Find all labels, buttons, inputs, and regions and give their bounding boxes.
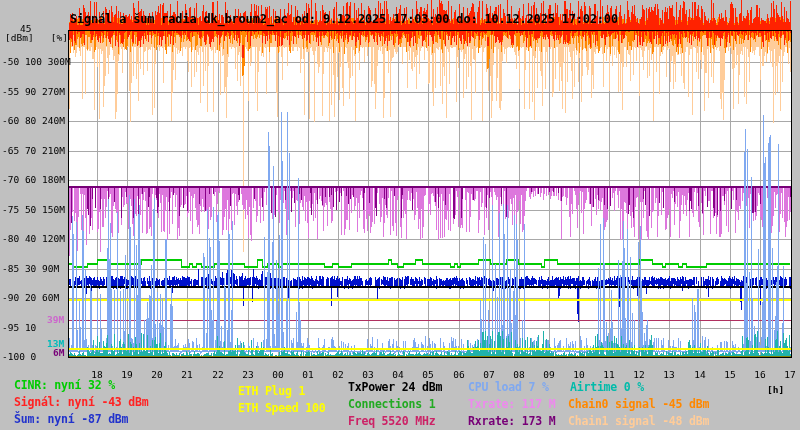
x-axis-hour: 09 (534, 370, 564, 380)
x-axis-hour: 03 (353, 370, 383, 380)
y-axis-row: -90 20 60M (2, 293, 59, 303)
y-axis-row: -85 30 90M (2, 264, 59, 274)
legend-txpower: TxPower 24 dBm (348, 381, 442, 394)
x-axis-hour: 22 (203, 370, 233, 380)
x-axis-hour: 04 (383, 370, 413, 380)
x-axis-hour: 20 (142, 370, 172, 380)
legend-txrate: Txrate: 117 M (468, 398, 555, 411)
x-axis-hour: 11 (594, 370, 624, 380)
x-axis-hour: 07 (474, 370, 504, 380)
x-axis-hour: 23 (233, 370, 263, 380)
rate-marker-39M: 39M (47, 315, 64, 325)
x-axis-hour: 13 (654, 370, 684, 380)
x-axis-unit: [h] (767, 385, 784, 395)
x-axis-hour: 16 (745, 370, 775, 380)
legend-eth-plug: ETH Plug 1 (238, 385, 305, 398)
x-axis-hour: 06 (444, 370, 474, 380)
x-axis-hour: 19 (112, 370, 142, 380)
signal-noise-chart (0, 0, 800, 430)
y-axis-row: -80 40 120M (2, 234, 65, 244)
legend-chain1: Chain1 signal -48 dBm (568, 415, 709, 428)
x-axis-hour: 01 (293, 370, 323, 380)
x-axis-hour: 05 (413, 370, 443, 380)
x-axis-hour: 10 (564, 370, 594, 380)
x-axis-hour: 08 (504, 370, 534, 380)
y-axis-row: -75 50 150M (2, 205, 65, 215)
x-axis-hour: 14 (685, 370, 715, 380)
y-axis-units: [dBm] [%] (5, 33, 68, 43)
x-axis-hour: 00 (263, 370, 293, 380)
legend-rxrate: Rxrate: 173 M (468, 415, 555, 428)
rate-marker-6M: 6M (53, 348, 64, 358)
legend-connections: Connections 1 (348, 398, 435, 411)
legend-cinr: CINR: nyní 32 % (14, 379, 115, 392)
x-axis-hour: 17 (775, 370, 800, 380)
legend-eth-speed: ETH Speed 100 (238, 402, 325, 415)
y-axis-row: -55 90 270M (2, 87, 65, 97)
y-axis-row: -65 70 210M (2, 146, 65, 156)
rrd-monitoring-page: Signál a šum radia dk_broum2_ac od: 9.12… (0, 0, 800, 430)
legend-freq: Freq 5520 MHz (348, 415, 435, 428)
legend-airtime: Airtime 0 % (570, 381, 644, 394)
y-axis-row: -50 100 300M (2, 57, 71, 67)
legend-chain0: Chain0 signal -45 dBm (568, 398, 709, 411)
y-axis-row: -60 80 240M (2, 116, 65, 126)
x-axis-hour: 02 (323, 370, 353, 380)
legend-cpu: CPU load 7 % (468, 381, 549, 394)
legend-noise: Šum: nyní -87 dBm (14, 413, 128, 426)
x-axis-hour: 15 (715, 370, 745, 380)
y-axis-row: -100 0 (2, 352, 36, 362)
y-axis-row: -70 60 180M (2, 175, 65, 185)
y-axis-row: -95 10 (2, 323, 36, 333)
x-axis-hour: 21 (172, 370, 202, 380)
chart-title: Signál a šum radia dk_broum2_ac od: 9.12… (70, 12, 618, 26)
x-axis-hour: 12 (624, 370, 654, 380)
legend-signal: Signál: nyní -43 dBm (14, 396, 148, 409)
